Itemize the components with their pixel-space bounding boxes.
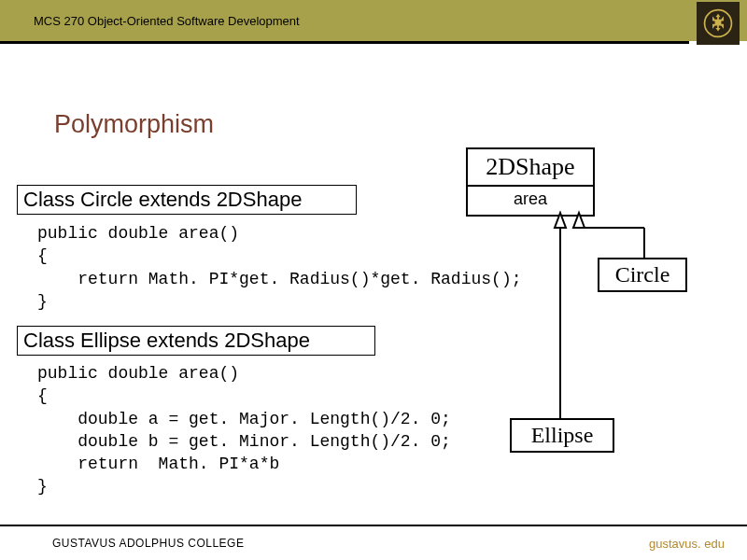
footer-site: gustavus. edu <box>649 537 725 551</box>
uml-2dshape-name: 2DShape <box>468 149 593 187</box>
footer-college: GUSTAVUS ADOLPHUS COLLEGE <box>52 537 244 550</box>
college-seal-icon <box>697 2 740 45</box>
course-label: MCS 270 Object-Oriented Software Develop… <box>34 14 300 28</box>
uml-2dshape-attr: area <box>468 187 593 215</box>
uml-class-circle: Circle <box>598 258 687 292</box>
class-declaration-circle: Class Circle extends 2DShape <box>17 185 357 215</box>
code-block-circle: public double area() { return Math. PI*g… <box>37 222 616 313</box>
slide-title: Polymorphism <box>54 110 214 139</box>
footer-bar: GUSTAVUS ADOLPHUS COLLEGE gustavus. edu <box>0 525 747 560</box>
uml-class-2dshape: 2DShape area <box>466 147 595 217</box>
slide-body: Polymorphism Class Circle extends 2DShap… <box>0 41 747 526</box>
uml-class-ellipse: Ellipse <box>510 418 614 453</box>
header-bar: MCS 270 Object-Oriented Software Develop… <box>0 0 747 41</box>
class-declaration-ellipse: Class Ellipse extends 2DShape <box>17 326 375 356</box>
